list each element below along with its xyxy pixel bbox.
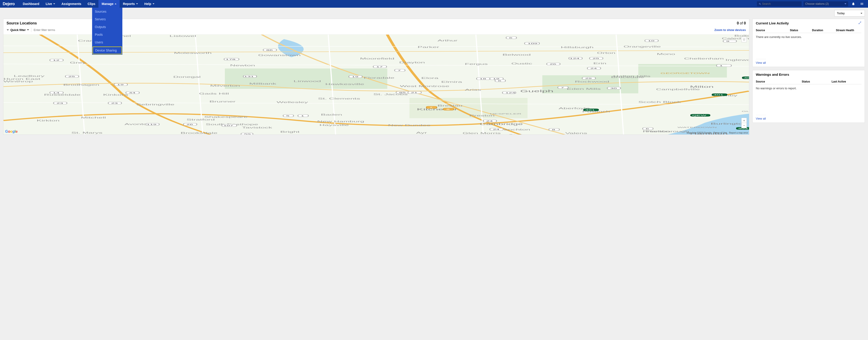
- nav-assignments[interactable]: Assignments: [58, 0, 85, 8]
- svg-text:St George: St George: [508, 134, 542, 135]
- manage-servers[interactable]: Servers: [92, 16, 122, 23]
- live-view-all-link[interactable]: View all: [756, 59, 766, 64]
- svg-text:Millbank: Millbank: [249, 83, 277, 85]
- nav-right: Choose stations (2): [757, 0, 865, 8]
- svg-text:Elmira: Elmira: [441, 81, 462, 83]
- svg-text:119: 119: [147, 123, 156, 125]
- source-locations-title: Source Locations: [6, 21, 37, 25]
- caret-down-icon: [53, 3, 55, 4]
- warn-col-source: Source: [756, 80, 802, 83]
- svg-text:401: 401: [585, 109, 595, 111]
- svg-text:Belwood: Belwood: [502, 54, 531, 56]
- svg-text:7: 7: [561, 87, 564, 89]
- svg-text:Ayr: Ayr: [416, 132, 427, 134]
- live-col-duration: Duration: [812, 29, 836, 32]
- svg-text:West Montrose: West Montrose: [400, 85, 449, 87]
- svg-text:Tavistock: Tavistock: [242, 126, 273, 129]
- expand-live-button[interactable]: [858, 21, 862, 25]
- svg-text:Donegal: Donegal: [173, 76, 201, 78]
- nav-reports[interactable]: Reports: [120, 0, 141, 8]
- svg-text:19: 19: [117, 84, 124, 86]
- svg-text:Glen Morris: Glen Morris: [463, 132, 501, 135]
- caret-down-icon: [27, 29, 29, 30]
- caret-down-icon: [136, 3, 138, 4]
- manage-outputs[interactable]: Outputs: [92, 23, 122, 31]
- svg-text:Mono: Mono: [657, 53, 675, 55]
- quick-filter-input[interactable]: [31, 28, 712, 32]
- warn-col-lastactive: Last Active: [832, 80, 862, 83]
- svg-text:26: 26: [550, 63, 556, 65]
- live-col-source: Source: [756, 29, 790, 32]
- manage-pools[interactable]: Pools: [92, 31, 122, 38]
- hamburger-icon: [860, 2, 864, 6]
- svg-text:Shakespeare: Shakespeare: [204, 116, 248, 118]
- notifications-button[interactable]: [850, 2, 857, 6]
- nav-help[interactable]: Help: [141, 0, 157, 8]
- nav-manage[interactable]: Manage: [98, 0, 120, 8]
- svg-text:8: 8: [446, 108, 450, 110]
- quick-filter-button[interactable]: Quick filter: [6, 28, 29, 32]
- warnings-empty-message: No warnings or errors to report.: [756, 84, 862, 115]
- svg-text:86: 86: [266, 49, 273, 51]
- svg-text:Milton: Milton: [690, 85, 714, 88]
- caret-down-icon: [153, 3, 154, 4]
- svg-text:Kirkton: Kirkton: [37, 119, 60, 122]
- svg-text:Milverton: Milverton: [210, 85, 240, 87]
- date-filter-selector[interactable]: Today: [834, 10, 865, 17]
- svg-text:7: 7: [429, 107, 433, 109]
- manage-sources[interactable]: Sources: [92, 8, 122, 16]
- svg-text:59: 59: [244, 133, 251, 135]
- hamburger-menu-button[interactable]: [859, 2, 865, 6]
- page-container: Today Source Locations 0 of 0 Quick filt…: [0, 8, 868, 137]
- svg-text:St. Clements: St. Clements: [318, 97, 360, 100]
- svg-text:Newton: Newton: [230, 64, 255, 67]
- svg-text:New Dundee: New Dundee: [388, 124, 431, 126]
- svg-text:24: 24: [493, 129, 499, 131]
- stations-selector[interactable]: Choose stations (2): [803, 1, 848, 6]
- zoom-to-devices-link[interactable]: Zoom to show devices: [714, 28, 746, 32]
- manage-users[interactable]: Users: [92, 38, 122, 46]
- filter-icon: [6, 29, 9, 31]
- manage-device-sharing[interactable]: Device Sharing: [93, 47, 122, 54]
- warnings-view-all-link[interactable]: View all: [756, 115, 766, 120]
- live-col-status: Status: [790, 29, 812, 32]
- nav-dashboard[interactable]: Dashboard: [20, 0, 42, 8]
- map-terms-link[interactable]: Terms of Use: [714, 132, 727, 134]
- svg-text:Cambridge: Cambridge: [479, 122, 523, 125]
- svg-text:109: 109: [528, 42, 537, 45]
- svg-text:Breslau: Breslau: [437, 105, 463, 107]
- svg-text:Orton: Orton: [597, 52, 615, 54]
- svg-text:Inglewood: Inglewood: [725, 59, 749, 61]
- map-zoom-out-button[interactable]: −: [742, 123, 747, 128]
- map-fullscreen-button[interactable]: [741, 37, 747, 42]
- map-zoom-in-button[interactable]: +: [742, 118, 747, 123]
- svg-text:25: 25: [593, 57, 599, 59]
- svg-text:Brodhagen: Brodhagen: [63, 84, 99, 86]
- map-data-label: Map data ©2018 Google: [686, 132, 711, 134]
- svg-text:Scotch Block: Scotch Block: [638, 101, 681, 103]
- svg-text:Preston: Preston: [469, 114, 495, 117]
- svg-text:New Hamburg: New Hamburg: [317, 120, 364, 123]
- search-input[interactable]: [762, 2, 800, 5]
- svg-text:GLEN A: GLEN A: [742, 110, 749, 112]
- nav-live[interactable]: Live: [42, 0, 58, 8]
- map-report-link[interactable]: Report a map error: [729, 132, 748, 134]
- svg-text:Guelph: Guelph: [520, 89, 554, 93]
- svg-text:Campbellville: Campbellville: [656, 88, 700, 91]
- svg-text:Gowanstown: Gowanstown: [258, 54, 301, 57]
- svg-text:29: 29: [585, 77, 592, 79]
- svg-text:Huron East: Huron East: [3, 78, 40, 80]
- svg-text:Arthur: Arthur: [437, 39, 458, 42]
- svg-text:124: 124: [505, 92, 516, 94]
- svg-text:St. Marys: St. Marys: [71, 132, 102, 134]
- svg-text:10: 10: [648, 40, 654, 42]
- svg-text:Kinkora: Kinkora: [103, 93, 128, 96]
- svg-text:18: 18: [479, 78, 486, 80]
- global-search[interactable]: [757, 1, 802, 6]
- svg-text:Hawkesville: Hawkesville: [325, 83, 364, 85]
- svg-text:24: 24: [590, 67, 597, 69]
- svg-text:Ariss: Ariss: [465, 89, 481, 91]
- svg-text:Rockwood: Rockwood: [575, 81, 609, 83]
- warnings-errors-card: Warnings and Errors Source Status Last A…: [752, 70, 865, 123]
- nav-clips[interactable]: Clips: [85, 0, 98, 8]
